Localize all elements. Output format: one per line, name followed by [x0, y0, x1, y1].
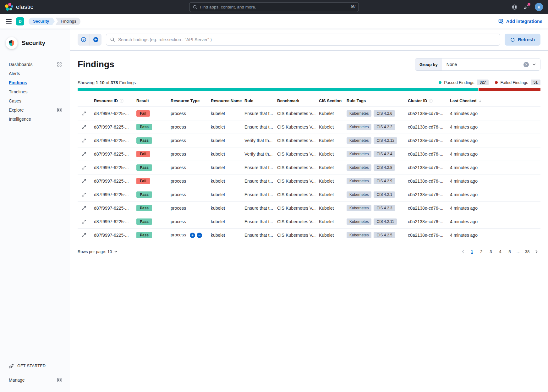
expand-finding-button[interactable]: [80, 231, 88, 239]
cell-benchmark: CIS Kubernetes V...: [275, 147, 316, 161]
cell-resource-type: process: [168, 202, 208, 215]
sidebar-item-dashboards[interactable]: Dashboards: [9, 60, 62, 69]
breadcrumb-security[interactable]: Security: [29, 18, 55, 25]
findings-search[interactable]: [106, 34, 500, 46]
result-badge: Pass: [136, 137, 152, 144]
group-by-control[interactable]: Group by None ✕: [415, 58, 540, 71]
column-header-resource-id[interactable]: Resource ID: [91, 95, 134, 107]
add-filter-button[interactable]: [90, 34, 101, 46]
sidebar-item-manage[interactable]: Manage: [9, 378, 62, 383]
rule-tag-badge: Kubernetes: [347, 178, 371, 184]
page-button-38[interactable]: 38: [523, 247, 532, 256]
global-search-input[interactable]: [200, 5, 348, 9]
findings-search-input[interactable]: [118, 37, 496, 42]
failed-count-badge: 51: [531, 80, 540, 85]
sidebar-item-label: Findings: [9, 80, 62, 85]
pagination-ellipsis: …: [515, 249, 522, 254]
filter-out-value-button[interactable]: −: [197, 233, 202, 238]
breadcrumb: Security Findings: [29, 18, 80, 25]
result-badge: Pass: [136, 232, 152, 238]
chevron-right-icon: [534, 250, 539, 254]
expand-finding-button[interactable]: [80, 123, 88, 131]
security-app-icon: [6, 37, 18, 49]
filter-for-value-button[interactable]: +: [190, 233, 195, 238]
page-button-3[interactable]: 3: [486, 247, 495, 256]
elastic-home-link[interactable]: elastic: [5, 3, 33, 11]
expand-icon: [81, 192, 86, 197]
cell-resource-type: process: [168, 134, 208, 147]
cell-resource-type: process: [168, 120, 208, 134]
rows-per-page-button[interactable]: Rows per page: 10: [78, 249, 118, 254]
page-button-5[interactable]: 5: [505, 247, 514, 256]
column-label: Benchmark: [277, 98, 299, 103]
group-by-value: None: [442, 62, 523, 67]
sidebar-item-timelines[interactable]: Timelines: [9, 87, 62, 96]
expand-finding-button[interactable]: [80, 177, 88, 185]
cell-last-checked: 4 minutes ago: [447, 147, 540, 161]
sidebar-item-intelligence[interactable]: Intelligence: [9, 114, 62, 124]
group-by-clear-button[interactable]: ✕: [523, 62, 529, 67]
cell-resource-type: process: [168, 215, 208, 229]
rocket-icon: [9, 363, 14, 368]
page-button-1[interactable]: 1: [468, 247, 476, 256]
page-button-2[interactable]: 2: [477, 247, 486, 256]
newsfeed-button[interactable]: [523, 4, 529, 10]
column-header-cluster-id[interactable]: Cluster ID: [405, 95, 447, 107]
cell-resource-name: kubelet: [208, 107, 242, 120]
next-page-button[interactable]: [532, 247, 540, 256]
passed-label: Passed Findings: [444, 80, 474, 85]
cell-rule-tags: KubernetesCIS 4.2.3: [344, 202, 405, 215]
filter-list-button[interactable]: [78, 34, 90, 46]
expand-finding-button[interactable]: [80, 164, 88, 171]
sidebar-item-findings[interactable]: Findings: [9, 78, 62, 87]
failed-findings-legend: Failed Findings 51: [495, 80, 540, 85]
cell-rule: Ensure that t...: [242, 215, 275, 229]
cell-cis-section: Kubelet: [316, 202, 344, 215]
expand-finding-button[interactable]: [80, 204, 88, 212]
cell-resource-id: d87f9997-6225-...: [91, 147, 134, 161]
cell-rule: Ensure that t...: [242, 202, 275, 215]
expand-finding-button[interactable]: [80, 110, 88, 117]
expand-finding-button[interactable]: [80, 150, 88, 158]
table-row: d87f9997-6225-...PassprocesskubeletVerif…: [78, 134, 540, 147]
space-badge[interactable]: D: [16, 17, 24, 25]
cell-rule: Ensure that t...: [242, 174, 275, 188]
page-button-4[interactable]: 4: [496, 247, 505, 256]
cell-resource-name: kubelet: [208, 120, 242, 134]
sidebar-item-label: Dashboards: [9, 62, 57, 67]
sidebar-item-alerts[interactable]: Alerts: [9, 69, 62, 78]
brand-name: elastic: [16, 3, 33, 10]
refresh-button[interactable]: Refresh: [505, 34, 540, 46]
cell-benchmark: CIS Kubernetes V...: [275, 229, 316, 242]
sidebar-item-cases[interactable]: Cases: [9, 96, 62, 105]
cell-benchmark: CIS Kubernetes V...: [275, 120, 316, 134]
expand-finding-button[interactable]: [80, 137, 88, 144]
expand-icon: [81, 219, 86, 224]
pass-fail-distribution-bar: [78, 88, 540, 91]
user-avatar[interactable]: e: [535, 3, 543, 11]
cell-benchmark: CIS Kubernetes V...: [275, 107, 316, 120]
cell-benchmark: CIS Kubernetes V...: [275, 161, 316, 174]
global-header: elastic ⌘/ e: [0, 0, 548, 14]
global-search[interactable]: ⌘/: [189, 2, 359, 12]
help-button[interactable]: [512, 4, 518, 10]
menu-toggle-button[interactable]: [6, 19, 12, 24]
sidebar-item-explore[interactable]: Explore: [9, 105, 62, 114]
chevron-down-icon: [532, 63, 536, 66]
expand-finding-button[interactable]: [80, 218, 88, 225]
cell-rule-tags: KubernetesCIS 4.2.2: [344, 120, 405, 134]
passed-count-badge: 327: [477, 80, 489, 85]
previous-page-button[interactable]: [459, 247, 467, 256]
expand-finding-button[interactable]: [80, 191, 88, 198]
get-started-link[interactable]: GET STARTED: [9, 362, 62, 373]
sidebar-divider: [9, 373, 62, 373]
cell-resource-id: d87f9997-6225-...: [91, 174, 134, 188]
cell-rule-tags: KubernetesCIS 4.2.6: [344, 107, 405, 120]
add-integrations-link[interactable]: Add integrations: [498, 19, 542, 24]
breadcrumb-bar: D Security Findings Add integrations: [0, 14, 548, 29]
column-header-last-checked[interactable]: Last Checked: [447, 95, 540, 107]
apps-grid-icon: [57, 62, 62, 67]
passed-dot-icon: [439, 81, 441, 84]
cell-cluster-id: c0a2138e-cd76-...: [405, 229, 447, 242]
sidebar-item-label: Intelligence: [9, 117, 62, 122]
